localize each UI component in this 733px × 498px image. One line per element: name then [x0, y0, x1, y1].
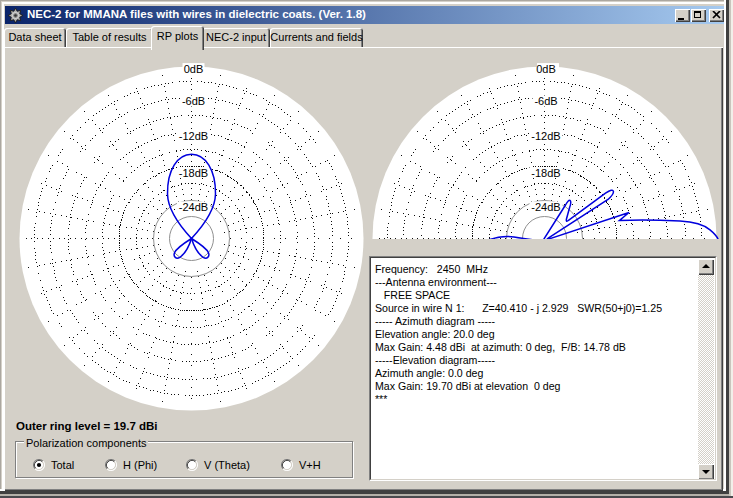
svg-text:-24dB: -24dB — [179, 201, 208, 213]
svg-text:-6dB: -6dB — [182, 95, 205, 107]
svg-text:0dB: 0dB — [536, 63, 556, 75]
svg-text:-12dB: -12dB — [179, 130, 208, 142]
svg-text:-18dB: -18dB — [179, 167, 208, 179]
svg-text:-6dB: -6dB — [534, 95, 557, 107]
svg-text:0dB: 0dB — [184, 63, 204, 75]
svg-text:-24dB: -24dB — [531, 201, 560, 213]
svg-text:-12dB: -12dB — [531, 130, 560, 142]
svg-text:-18dB: -18dB — [531, 167, 560, 179]
